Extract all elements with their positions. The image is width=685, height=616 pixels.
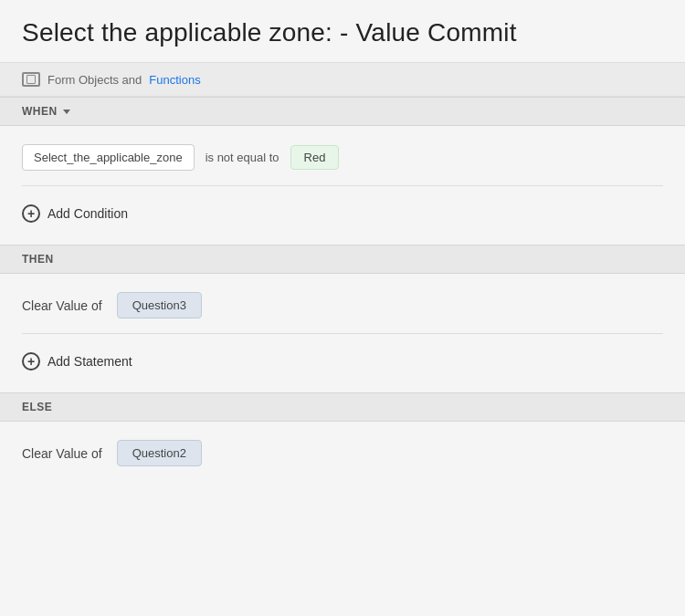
- else-target-button[interactable]: Question2: [117, 440, 202, 466]
- condition-operator: is not equal to: [206, 151, 279, 164]
- header: Select the applicable zone: - Value Comm…: [0, 0, 685, 62]
- when-label: WHEN: [22, 105, 58, 118]
- add-condition-button[interactable]: Add Condition: [22, 201, 663, 226]
- add-statement-button[interactable]: Add Statement: [22, 349, 663, 374]
- else-label: ELSE: [22, 401, 52, 413]
- add-condition-icon: [22, 204, 40, 223]
- then-target-button[interactable]: Question3: [117, 292, 202, 318]
- when-content: Select_the_applicable_zone is not equal …: [0, 126, 685, 245]
- then-divider: [22, 333, 663, 334]
- then-action-label: Clear Value of: [22, 298, 102, 313]
- form-objects-icon: [22, 72, 40, 87]
- page-container: Select the applicable zone: - Value Comm…: [0, 0, 685, 616]
- breadcrumb: Form Objects and Functions: [0, 62, 685, 97]
- then-content: Clear Value of Question3 Add Statement: [0, 274, 685, 392]
- then-statement-row: Clear Value of Question3: [22, 292, 663, 318]
- breadcrumb-text: Form Objects and: [47, 73, 142, 87]
- when-section-header: WHEN: [0, 97, 685, 126]
- add-statement-icon: [22, 352, 40, 371]
- else-content: Clear Value of Question2: [0, 422, 685, 492]
- else-statement-row: Clear Value of Question2: [22, 440, 663, 466]
- when-divider: [22, 185, 663, 186]
- breadcrumb-link[interactable]: Functions: [149, 73, 200, 87]
- condition-field[interactable]: Select_the_applicable_zone: [22, 144, 195, 171]
- then-section-header: THEN: [0, 245, 685, 274]
- when-chevron-icon[interactable]: [63, 110, 70, 114]
- else-section-header: ELSE: [0, 392, 685, 422]
- add-statement-label: Add Statement: [47, 354, 132, 369]
- add-condition-label: Add Condition: [47, 206, 128, 221]
- condition-value[interactable]: Red: [290, 145, 340, 170]
- then-label: THEN: [22, 253, 54, 266]
- else-action-label: Clear Value of: [22, 446, 102, 461]
- page-title: Select the applicable zone: - Value Comm…: [22, 18, 663, 47]
- condition-row: Select_the_applicable_zone is not equal …: [22, 144, 663, 171]
